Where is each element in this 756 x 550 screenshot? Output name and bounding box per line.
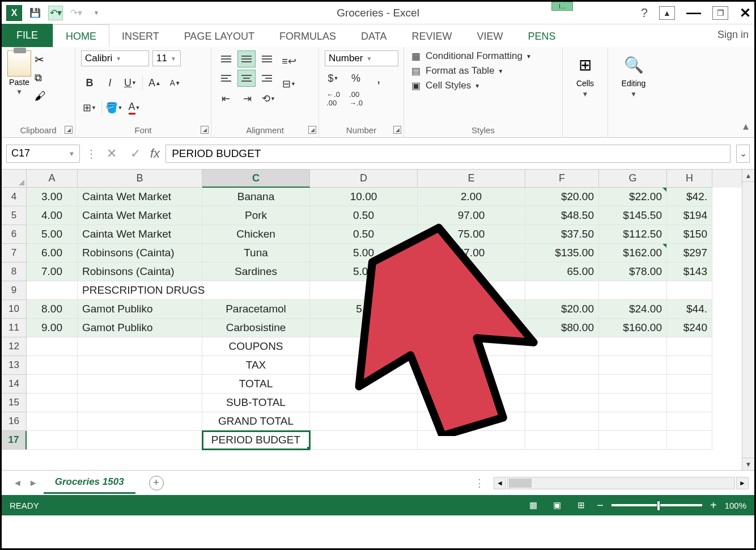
cell[interactable]: 6.00 <box>27 244 78 263</box>
cell[interactable]: 00 <box>418 319 525 337</box>
row-header[interactable]: 4 <box>2 188 27 206</box>
tab-formulas[interactable]: FORMULAS <box>267 25 349 47</box>
decrease-font-icon[interactable]: A▼ <box>167 74 184 91</box>
row-header[interactable]: 5 <box>2 206 27 225</box>
select-all-corner[interactable] <box>2 170 27 188</box>
zoom-out-button[interactable]: − <box>597 499 604 512</box>
cell[interactable]: 13 <box>418 263 525 281</box>
font-launcher[interactable]: ◢ <box>201 126 209 134</box>
cell[interactable]: 0.50 <box>310 206 418 225</box>
underline-button[interactable]: U▼ <box>122 74 139 91</box>
column-header-H[interactable]: H <box>667 170 712 188</box>
column-header-B[interactable]: B <box>78 170 202 188</box>
cell[interactable] <box>27 412 78 431</box>
accounting-format-icon[interactable]: $▼ <box>325 70 342 87</box>
percent-format-icon[interactable]: % <box>347 70 364 87</box>
cell[interactable]: Sardines <box>202 263 310 281</box>
sheet-nav-buttons[interactable]: ◄► <box>7 478 44 488</box>
restore-button[interactable]: ❐ <box>712 6 728 20</box>
cell[interactable]: Paracetamol <box>202 300 310 319</box>
tab-page-layout[interactable]: PAGE LAYOUT <box>172 25 267 47</box>
horizontal-scrollbar[interactable]: ◄ ► <box>494 477 749 489</box>
minimize-button[interactable]: — <box>686 4 701 22</box>
cell[interactable]: $240 <box>667 319 712 337</box>
undo-button[interactable]: ↶▾ <box>48 6 63 20</box>
align-bottom-icon[interactable] <box>258 50 276 67</box>
cell[interactable] <box>418 375 525 394</box>
qat-customize-icon[interactable]: ▼ <box>89 6 104 20</box>
row-header[interactable]: 6 <box>2 225 27 244</box>
cell[interactable]: $150 <box>667 225 712 244</box>
redo-button[interactable]: ↷▾ <box>69 6 83 20</box>
row-header[interactable]: 8 <box>2 263 27 281</box>
decrease-indent-icon[interactable]: ⇤ <box>217 90 234 107</box>
tab-pens[interactable]: PENS <box>515 25 568 47</box>
cell[interactable] <box>27 356 78 375</box>
cell[interactable] <box>525 375 599 394</box>
cell[interactable] <box>202 281 310 300</box>
cell[interactable]: $194 <box>667 206 712 225</box>
zoom-level[interactable]: 100% <box>725 501 746 510</box>
cell[interactable] <box>27 375 78 394</box>
grid[interactable]: ABCDEFGH 43.00Cainta Wet MarketBanana10.… <box>2 170 742 470</box>
cell[interactable]: 4.00 <box>27 206 78 225</box>
expand-formula-bar-icon[interactable]: ⌄ <box>736 145 750 163</box>
cell[interactable] <box>310 412 418 431</box>
cell[interactable] <box>78 375 202 394</box>
cell[interactable]: 3.00 <box>27 188 78 206</box>
align-top-icon[interactable] <box>217 50 235 67</box>
cell[interactable] <box>667 412 712 431</box>
row-header[interactable]: 10 <box>2 300 27 319</box>
cell[interactable]: COUPONS <box>202 337 310 356</box>
cell[interactable]: $78.00 <box>599 263 667 281</box>
sheet-tab-active[interactable]: Groceries 1503 <box>44 472 135 494</box>
cell[interactable]: 5.00 <box>310 244 418 263</box>
cell[interactable]: Chicken <box>202 225 310 244</box>
formula-input[interactable]: PERIOD BUDGET <box>165 145 730 163</box>
cell[interactable]: $162.00 <box>599 244 667 263</box>
cell[interactable] <box>599 394 667 412</box>
cell[interactable] <box>525 394 599 412</box>
alignment-launcher[interactable]: ◢ <box>308 126 316 134</box>
cell-styles-button[interactable]: ▣Cell Styles▼ <box>410 80 532 91</box>
cell[interactable]: 65.00 <box>525 263 599 281</box>
cell[interactable]: $22.00 <box>599 188 667 206</box>
cell[interactable]: 10.00 <box>310 188 418 206</box>
cell[interactable]: TOTAL <box>202 375 310 394</box>
row-header[interactable]: 16 <box>2 412 27 431</box>
paste-button[interactable]: Paste ▼ <box>7 50 31 96</box>
tab-split-handle[interactable]: ⋮ <box>474 477 485 489</box>
cell[interactable]: $24.00 <box>599 300 667 319</box>
cell[interactable]: Cainta Wet Market <box>78 188 202 206</box>
column-header-F[interactable]: F <box>525 170 599 188</box>
sign-in-link[interactable]: Sign in <box>717 29 749 41</box>
cell[interactable] <box>667 337 712 356</box>
cell[interactable]: 5.00 <box>310 263 418 281</box>
help-icon[interactable]: ? <box>641 6 648 20</box>
cell[interactable] <box>78 337 202 356</box>
cell[interactable] <box>667 356 712 375</box>
cell[interactable] <box>310 281 418 300</box>
cell[interactable] <box>310 337 418 356</box>
enter-formula-icon[interactable]: ✓ <box>126 145 145 163</box>
cell[interactable] <box>310 375 418 394</box>
cell[interactable]: Tuna <box>202 244 310 263</box>
font-color-button[interactable]: A▼ <box>126 99 143 116</box>
fx-icon[interactable]: fx <box>150 146 160 161</box>
cell[interactable] <box>525 412 599 431</box>
cell[interactable]: 1 <box>310 319 418 337</box>
cells-button[interactable]: ⊞ Cells▼ <box>568 50 602 100</box>
cell[interactable]: Carbosistine <box>202 319 310 337</box>
excel-logo-icon[interactable]: X <box>6 5 22 21</box>
pens-addin-tag[interactable]: I... <box>551 2 573 11</box>
column-headers[interactable]: ABCDEFGH <box>2 170 742 188</box>
increase-indent-icon[interactable]: ⇥ <box>239 90 256 107</box>
cell[interactable]: 27.00 <box>418 244 525 263</box>
cancel-formula-icon[interactable]: ✕ <box>103 145 121 163</box>
cell[interactable]: $44. <box>667 300 712 319</box>
close-button[interactable]: ✕ <box>740 5 751 21</box>
tab-data[interactable]: DATA <box>349 25 399 47</box>
cell[interactable] <box>27 394 78 412</box>
cell[interactable]: $42. <box>667 188 712 206</box>
cell[interactable]: 2.00 <box>418 188 525 206</box>
